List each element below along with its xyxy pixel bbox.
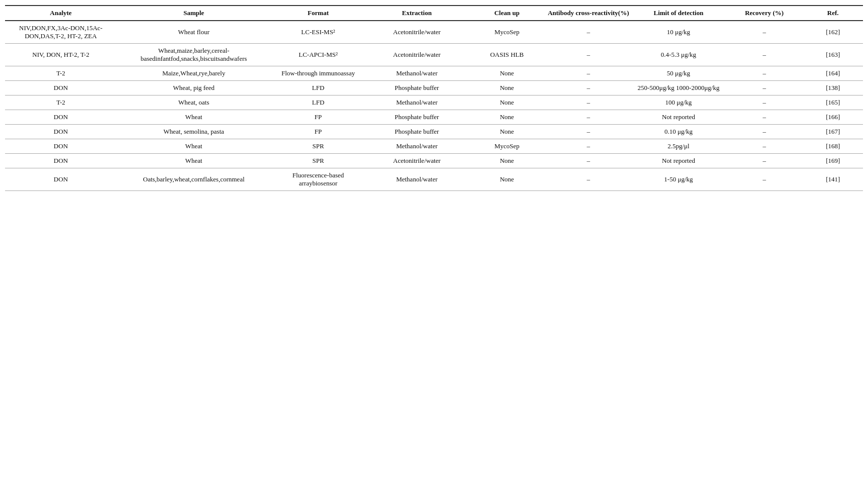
cell-extraction: Methanol/water <box>365 95 468 110</box>
cell-antibody: – <box>545 110 631 125</box>
cell-antibody: – <box>545 95 631 110</box>
cell-lod: 0.4-5.3 μg/kg <box>631 44 726 66</box>
cell-sample: Wheat <box>117 154 271 168</box>
cell-ref: [141] <box>803 168 863 191</box>
cell-analyte: NIV, DON, HT-2, T-2 <box>5 44 117 66</box>
cell-recovery: – <box>726 168 803 191</box>
cell-extraction: Methanol/water <box>365 66 468 81</box>
cell-format: LC-APCI-MS² <box>271 44 365 66</box>
cell-recovery: – <box>726 44 803 66</box>
cell-sample: Oats,barley,wheat,cornflakes,cornmeal <box>117 168 271 191</box>
cell-extraction: Acetonitrile/water <box>365 154 468 168</box>
cell-recovery: – <box>726 95 803 110</box>
cell-ref: [167] <box>803 125 863 139</box>
cell-format: Flow-through immunoassay <box>271 66 365 81</box>
cell-analyte: NIV,DON,FX,3Ac-DON,15Ac-DON,DAS,T-2, HT-… <box>5 21 117 44</box>
cell-analyte: T-2 <box>5 95 117 110</box>
cell-analyte: DON <box>5 110 117 125</box>
col-header-analyte: Analyte <box>5 6 117 21</box>
cell-antibody: – <box>545 139 631 154</box>
table-row: T-2Wheat, oatsLFDMethanol/waterNone–100 … <box>5 95 863 110</box>
table-row: DONOats,barley,wheat,cornflakes,cornmeal… <box>5 168 863 191</box>
cell-antibody: – <box>545 81 631 95</box>
cell-extraction: Acetonitrile/water <box>365 44 468 66</box>
table-row: DONWheat, pig feedLFDPhosphate bufferNon… <box>5 81 863 95</box>
cell-lod: 0.10 μg/kg <box>631 125 726 139</box>
cell-format: SPR <box>271 154 365 168</box>
cell-format: LFD <box>271 81 365 95</box>
cell-extraction: Methanol/water <box>365 139 468 154</box>
cell-cleanup: None <box>468 125 546 139</box>
cell-cleanup: None <box>468 81 546 95</box>
cell-sample: Wheat flour <box>117 21 271 44</box>
cell-antibody: – <box>545 44 631 66</box>
cell-cleanup: MycoSep <box>468 139 546 154</box>
cell-sample: Wheat, pig feed <box>117 81 271 95</box>
cell-recovery: – <box>726 21 803 44</box>
cell-recovery: – <box>726 125 803 139</box>
cell-extraction: Phosphate buffer <box>365 125 468 139</box>
cell-antibody: – <box>545 154 631 168</box>
col-header-ref: Ref. <box>803 6 863 21</box>
cell-lod: 250-500μg/kg 1000-2000μg/kg <box>631 81 726 95</box>
cell-extraction: Phosphate buffer <box>365 110 468 125</box>
cell-lod: Not reported <box>631 110 726 125</box>
cell-extraction: Phosphate buffer <box>365 81 468 95</box>
table-header-row: Analyte Sample Format Extraction Clean u… <box>5 6 863 21</box>
cell-cleanup: None <box>468 66 546 81</box>
cell-extraction: Acetonitrile/water <box>365 21 468 44</box>
cell-sample: Wheat, semolina, pasta <box>117 125 271 139</box>
cell-antibody: – <box>545 168 631 191</box>
cell-cleanup: OASIS HLB <box>468 44 546 66</box>
cell-recovery: – <box>726 110 803 125</box>
cell-sample: Maize,Wheat,rye,barely <box>117 66 271 81</box>
cell-analyte: DON <box>5 125 117 139</box>
cell-lod: 100 μg/kg <box>631 95 726 110</box>
cell-antibody: – <box>545 66 631 81</box>
cell-format: LC-ESI-MS² <box>271 21 365 44</box>
table-row: NIV,DON,FX,3Ac-DON,15Ac-DON,DAS,T-2, HT-… <box>5 21 863 44</box>
cell-sample: Wheat, oats <box>117 95 271 110</box>
cell-analyte: T-2 <box>5 66 117 81</box>
cell-ref: [162] <box>803 21 863 44</box>
cell-format: Fluorescence-based arraybiosensor <box>271 168 365 191</box>
cell-sample: Wheat <box>117 110 271 125</box>
col-header-sample: Sample <box>117 6 271 21</box>
cell-cleanup: None <box>468 110 546 125</box>
cell-ref: [168] <box>803 139 863 154</box>
cell-sample: Wheat,maize,barley,cereal-basedinfantfod… <box>117 44 271 66</box>
table-row: DONWheatSPRMethanol/waterMycoSep–2.5pg/μ… <box>5 139 863 154</box>
cell-cleanup: MycoSep <box>468 21 546 44</box>
cell-recovery: – <box>726 154 803 168</box>
cell-format: LFD <box>271 95 365 110</box>
cell-lod: Not reported <box>631 154 726 168</box>
cell-sample: Wheat <box>117 139 271 154</box>
cell-cleanup: None <box>468 95 546 110</box>
cell-ref: [164] <box>803 66 863 81</box>
table-row: DONWheatFPPhosphate bufferNone–Not repor… <box>5 110 863 125</box>
col-header-extraction: Extraction <box>365 6 468 21</box>
col-header-lod: Limit of detection <box>631 6 726 21</box>
cell-antibody: – <box>545 125 631 139</box>
table-body: NIV,DON,FX,3Ac-DON,15Ac-DON,DAS,T-2, HT-… <box>5 21 863 191</box>
cell-cleanup: None <box>468 154 546 168</box>
cell-ref: [165] <box>803 95 863 110</box>
col-header-format: Format <box>271 6 365 21</box>
table-row: DONWheatSPRAcetonitrile/waterNone–Not re… <box>5 154 863 168</box>
cell-extraction: Methanol/water <box>365 168 468 191</box>
cell-format: FP <box>271 125 365 139</box>
cell-lod: 50 μg/kg <box>631 66 726 81</box>
cell-analyte: DON <box>5 139 117 154</box>
cell-lod: 2.5pg/μl <box>631 139 726 154</box>
cell-cleanup: None <box>468 168 546 191</box>
cell-lod: 1-50 μg/kg <box>631 168 726 191</box>
col-header-recovery: Recovery (%) <box>726 6 803 21</box>
cell-analyte: DON <box>5 81 117 95</box>
cell-analyte: DON <box>5 168 117 191</box>
col-header-cleanup: Clean up <box>468 6 546 21</box>
cell-format: FP <box>271 110 365 125</box>
col-header-antibody: Antibody cross-reactivity(%) <box>545 6 631 21</box>
cell-ref: [163] <box>803 44 863 66</box>
data-table: Analyte Sample Format Extraction Clean u… <box>5 5 863 191</box>
table-row: DONWheat, semolina, pastaFPPhosphate buf… <box>5 125 863 139</box>
